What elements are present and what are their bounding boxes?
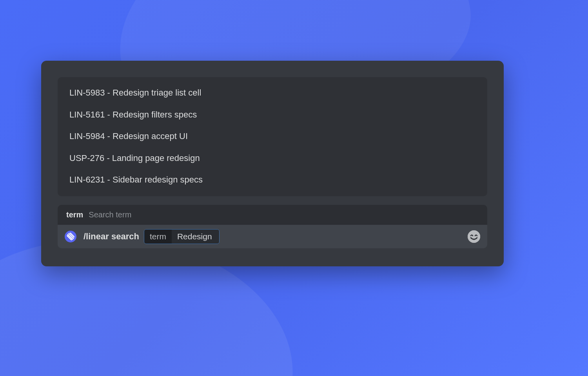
search-results-list: LIN-5983 - Redesign triage list cell LIN…: [58, 77, 487, 196]
svg-point-2: [468, 230, 480, 243]
search-result-item[interactable]: LIN-5983 - Redesign triage list cell: [69, 87, 475, 104]
parameter-pill-value: Redesign: [172, 230, 219, 244]
command-palette-window: LIN-5983 - Redesign triage list cell LIN…: [41, 61, 504, 266]
command-parameter-pill[interactable]: term Redesign: [144, 229, 220, 244]
search-result-item[interactable]: LIN-6231 - Sidebar redesign specs: [69, 169, 475, 185]
parameter-name-label: term: [66, 210, 83, 219]
emoji-picker-icon[interactable]: [468, 230, 480, 243]
linear-icon: [65, 231, 76, 242]
search-result-item[interactable]: USP-276 - Landing page redesign: [69, 147, 475, 169]
search-result-item[interactable]: LIN-5161 - Redesign filters specs: [69, 104, 475, 126]
parameter-description-label: Search term: [89, 210, 131, 219]
command-input-bar[interactable]: /linear search term Redesign: [58, 225, 487, 248]
parameter-hint-bar: term Search term: [58, 205, 487, 225]
slash-command-text: /linear search: [83, 231, 139, 242]
search-result-item[interactable]: LIN-5984 - Redesign accept UI: [69, 125, 475, 147]
parameter-pill-key: term: [144, 230, 172, 244]
